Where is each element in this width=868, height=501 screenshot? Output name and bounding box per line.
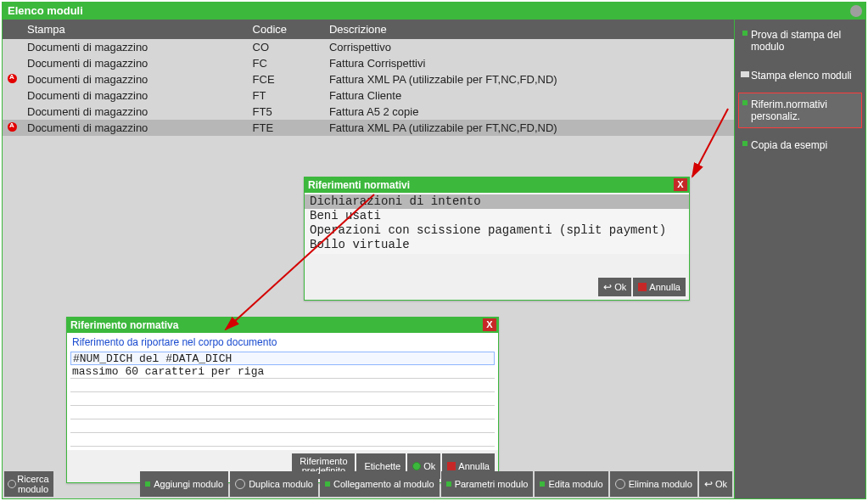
text-line[interactable] bbox=[70, 419, 495, 433]
col-stampa[interactable]: Stampa bbox=[22, 20, 248, 39]
main-area: Stampa Codice Descrizione Documenti di m… bbox=[3, 20, 734, 498]
annulla-button[interactable]: Annulla bbox=[633, 278, 686, 296]
dot-icon bbox=[446, 481, 451, 487]
cell-codice: CO bbox=[248, 39, 324, 55]
cell-stampa: Documenti di magazzino bbox=[22, 71, 248, 87]
flag-icon bbox=[8, 122, 17, 132]
close-icon bbox=[638, 283, 647, 291]
enter-icon bbox=[603, 281, 612, 293]
row-flag-cell bbox=[3, 39, 22, 55]
copia-esempi-button[interactable]: Copia da esempi bbox=[738, 133, 862, 157]
text-line[interactable]: #NUM_DICH del #DATA_DICH bbox=[70, 352, 495, 365]
popup-title: Riferimenti normativi bbox=[305, 177, 689, 193]
enter-icon: ↩ bbox=[704, 479, 713, 489]
search-icon bbox=[8, 480, 16, 488]
table-row[interactable]: Documenti di magazzinoFCFattura Corrispe… bbox=[3, 55, 734, 71]
duplica-modulo-button[interactable]: Duplica modulo bbox=[230, 471, 318, 497]
text-line[interactable]: massimo 60 caratteri per riga bbox=[70, 365, 495, 379]
dot-icon bbox=[145, 481, 150, 487]
prova-stampa-button[interactable]: Prova di stampa del modulo bbox=[738, 23, 862, 59]
text-line[interactable] bbox=[70, 433, 495, 447]
app-frame: Elenco moduli Stampa Codice Descrizione … bbox=[2, 2, 866, 499]
cell-codice: FCE bbox=[248, 71, 324, 87]
close-icon[interactable]: X bbox=[483, 318, 496, 331]
table-row[interactable]: Documenti di magazzinoCOCorrispettivo bbox=[3, 39, 734, 55]
flag-icon bbox=[8, 74, 17, 83]
cell-stampa: Documenti di magazzino bbox=[22, 104, 248, 120]
duplicate-icon bbox=[235, 479, 245, 489]
cell-descrizione: Fattura XML PA (utilizzabile per FT,NC,F… bbox=[324, 120, 734, 136]
table-row[interactable]: Documenti di magazzinoFTEFattura XML PA … bbox=[3, 120, 734, 136]
popup-title: Riferimento normativa bbox=[67, 318, 498, 333]
window-titlebar: Elenco moduli bbox=[3, 3, 865, 20]
cell-stampa: Documenti di magazzino bbox=[22, 55, 248, 71]
table-row[interactable]: Documenti di magazzinoFT5Fattura A5 2 co… bbox=[3, 104, 734, 120]
cell-codice: FT bbox=[248, 87, 324, 104]
row-flag-cell bbox=[3, 120, 22, 136]
cell-stampa: Documenti di magazzino bbox=[22, 39, 248, 55]
dot-icon bbox=[325, 481, 330, 487]
ricerca-modulo-button[interactable]: Ricerca modulo bbox=[4, 471, 53, 497]
content-row: Stampa Codice Descrizione Documenti di m… bbox=[3, 20, 865, 498]
riferimento-normativa-popup: Riferimento normativa X Riferimento da r… bbox=[66, 317, 499, 483]
cell-descrizione: Fattura Cliente bbox=[324, 87, 734, 104]
text-line[interactable] bbox=[70, 379, 495, 392]
col-codice[interactable]: Codice bbox=[248, 20, 324, 39]
bottom-bar: Ricerca modulo Aggiungi modulo Duplica m… bbox=[3, 470, 734, 498]
cell-descrizione: Fattura A5 2 copie bbox=[324, 104, 734, 120]
table-row[interactable]: Documenti di magazzinoFCEFattura XML PA … bbox=[3, 71, 734, 87]
cell-codice: FT5 bbox=[248, 104, 324, 120]
window-close-icon[interactable] bbox=[850, 5, 862, 17]
row-flag-cell bbox=[3, 87, 22, 104]
cell-descrizione: Fattura Corrispettivi bbox=[324, 55, 734, 71]
list-item[interactable]: Beni usati bbox=[305, 209, 689, 223]
row-flag-cell bbox=[3, 55, 22, 71]
cell-codice: FTE bbox=[248, 120, 324, 136]
cell-descrizione: Corrispettivo bbox=[324, 39, 734, 55]
list-item[interactable]: Operazioni con scissione pagamenti (spli… bbox=[305, 223, 689, 238]
collegamento-modulo-button[interactable]: Collegamento al modulo bbox=[320, 471, 440, 497]
module-table: Stampa Codice Descrizione Documenti di m… bbox=[3, 20, 734, 136]
edita-modulo-button[interactable]: Edita modulo bbox=[535, 471, 608, 497]
trash-icon bbox=[615, 479, 625, 489]
parametri-modulo-button[interactable]: Parametri modulo bbox=[441, 471, 534, 497]
ok-button[interactable]: Ok bbox=[598, 278, 631, 296]
popup-footer: Ok Annulla bbox=[305, 254, 689, 300]
list-item[interactable]: Bollo virtuale bbox=[305, 238, 689, 252]
row-flag-cell bbox=[3, 104, 22, 120]
popup-subtitle: Riferimento da riportare nel corpo docum… bbox=[67, 333, 498, 352]
cell-stampa: Documenti di magazzino bbox=[22, 120, 248, 136]
list-item[interactable]: Dichiarazioni di intento bbox=[305, 194, 689, 209]
side-panel: Prova di stampa del modulo Stampa elenco… bbox=[734, 20, 865, 498]
cell-codice: FC bbox=[248, 55, 324, 71]
cell-stampa: Documenti di magazzino bbox=[22, 87, 248, 104]
close-icon[interactable]: X bbox=[674, 178, 687, 191]
text-line[interactable] bbox=[70, 392, 495, 406]
col-descrizione[interactable]: Descrizione bbox=[324, 20, 734, 39]
stampa-elenco-button[interactable]: Stampa elenco moduli bbox=[738, 64, 862, 87]
table-header-row: Stampa Codice Descrizione bbox=[3, 20, 734, 39]
table-row[interactable]: Documenti di magazzinoFTFattura Cliente bbox=[3, 87, 734, 104]
riferimenti-list: Dichiarazioni di intento Beni usati Oper… bbox=[305, 193, 689, 254]
elimina-modulo-button[interactable]: Elimina modulo bbox=[610, 471, 697, 497]
aggiungi-modulo-button[interactable]: Aggiungi modulo bbox=[140, 471, 228, 497]
window-title: Elenco moduli bbox=[8, 4, 83, 17]
row-flag-cell bbox=[3, 71, 22, 87]
riferimenti-normativi-popup: Riferimenti normativi X Dichiarazioni di… bbox=[304, 177, 690, 301]
ok-button[interactable]: ↩ Ok bbox=[699, 471, 732, 497]
riferim-normativi-button[interactable]: Riferim.normativi personaliz. bbox=[738, 93, 862, 128]
text-line[interactable] bbox=[70, 406, 495, 419]
text-area[interactable]: #NUM_DICH del #DATA_DICH massimo 60 cara… bbox=[67, 352, 498, 450]
dot-icon bbox=[540, 481, 545, 487]
cell-descrizione: Fattura XML PA (utilizzabile per FT,NC,F… bbox=[324, 71, 734, 87]
